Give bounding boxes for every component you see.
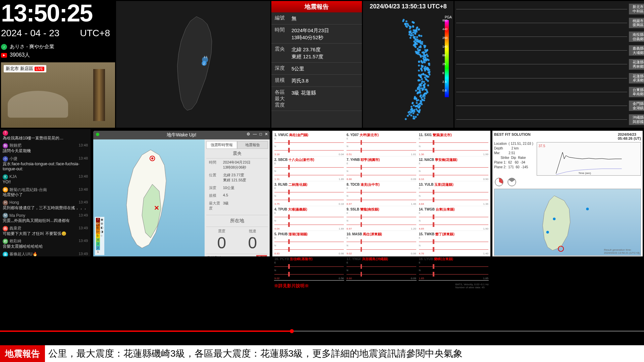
seismo-station: 桃園市復興區 (629, 18, 644, 28)
report-label: 編號 (275, 15, 291, 22)
chat-message: 賴賴彩綺13:49音樂太震撼哈哈哈哈哈 (0, 237, 91, 250)
station-cell: 16. PCYB 彭佳嶼(基隆市) E N 9.020.50 (274, 256, 344, 281)
svg-point-114 (422, 55, 424, 57)
seismo-trace (456, 23, 627, 23)
svg-point-257 (418, 106, 420, 108)
svg-point-157 (428, 72, 430, 74)
station-cell: 8. TDCB 達見(台中市) E N 6.971.46 (346, 182, 416, 206)
svg-point-185 (421, 80, 423, 82)
svg-point-211 (415, 90, 417, 92)
svg-point-13 (413, 22, 415, 24)
viewers: ▶ 39063人 (1, 52, 115, 59)
svg-point-18 (407, 24, 409, 26)
clock-date: 2024 - 04 - 23 (1, 28, 59, 39)
report-label: 深度 (275, 65, 291, 72)
intensity-label: 震度 (208, 229, 235, 234)
svg-point-288 (553, 218, 555, 220)
tab-report[interactable]: 地震報告 (237, 141, 268, 149)
svg-point-180 (418, 79, 420, 81)
viewer-count: 39063人 (10, 52, 30, 59)
report-label: 震央 (275, 46, 291, 60)
svg-point-46 (414, 32, 416, 34)
clock-tz: UTC+8 (80, 28, 110, 39)
svg-point-58 (414, 37, 416, 39)
svg-point-146 (426, 67, 428, 69)
svg-point-231 (421, 97, 423, 99)
svg-point-207 (422, 89, 424, 91)
window-dot[interactable] (96, 133, 99, 136)
svg-point-191 (419, 87, 421, 89)
seismograph-panel: 新北市中和區桃園市復興區南投縣信義鄉嘉義縣大埔鄉花蓮縣秀林鄉花蓮縣卓溪鄉台東縣卑… (454, 1, 644, 128)
svg-point-226 (424, 95, 426, 97)
report-value: 5公里 (291, 65, 359, 72)
chat-message: 小小捷13:48貢水:face-fuchsia-tongue-out::face… (0, 155, 91, 173)
svg-point-263 (412, 112, 414, 114)
svg-point-273 (415, 116, 417, 118)
chat-message: 雛雛菊の地震紀錄-台南13:48地震變小了 (0, 186, 91, 199)
svg-point-65 (419, 40, 421, 42)
settings-icon[interactable]: ⚙ (247, 132, 250, 136)
svg-point-249 (413, 105, 415, 107)
chat-panel[interactable]: ?為啥我高雄10樓一直覺得晃晃的…難難雞肥13:48請問今天星期幾小小捷13:4… (0, 129, 91, 256)
camera-location: 新北市 新店區 (6, 66, 33, 72)
camera-object (8, 91, 68, 118)
svg-text:1: 1 (204, 56, 205, 59)
seismo-station: 新北市中和區 (629, 4, 644, 14)
svg-point-169 (427, 76, 429, 78)
wakeup-window: 地牛Wake Up! ⚙ — □ ✕ ✕ 7◉ 6+⊗ 6-◐ 5+◑ 5-○ … (93, 131, 270, 256)
seismo-station: 沖繩縣與那國 (629, 114, 644, 125)
svg-point-190 (423, 85, 425, 87)
report-value: 芮氏3.8 (291, 77, 359, 84)
svg-point-282 (151, 158, 153, 160)
report-label: 時間 (275, 27, 291, 41)
svg-point-153 (427, 69, 429, 71)
station-cell: 17. YNGF 與那國島(沖繩縣) E N 8.600.09 (346, 256, 416, 281)
svg-point-229 (424, 97, 426, 99)
chat-message: ?為啥我高雄10樓一直覺得晃晃的… (0, 129, 91, 142)
seismo-trace (456, 106, 627, 106)
minimize-icon[interactable]: — (253, 132, 257, 136)
seismo-trace (456, 9, 627, 9)
svg-point-77 (416, 43, 418, 45)
solution-location-map: Result generation time: 2024/04/23 13:50… (494, 189, 641, 256)
arrival-label: 抵達 (239, 229, 266, 234)
pga-map (363, 12, 453, 127)
svg-point-119 (425, 57, 427, 59)
svg-point-217 (419, 92, 421, 94)
alert-button[interactable]: 警報 (256, 255, 267, 256)
maximize-icon[interactable]: □ (260, 132, 262, 136)
svg-point-109 (426, 54, 428, 56)
camera-pillar (93, 69, 105, 121)
youtube-icon: ▶ (1, 53, 7, 58)
seismo-station: 嘉義縣大埔鄉 (629, 45, 644, 56)
svg-point-277 (413, 117, 415, 119)
music-info: ♪ ありさ - 爽やか企業 (1, 44, 115, 50)
clock-date-row: 2024 - 04 - 23 UTC+8 (1, 28, 115, 39)
svg-point-166 (423, 73, 425, 75)
station-cell: 13. YULB 玉里(花蓮縣) E N 4.841.36 (419, 182, 489, 206)
svg-point-208 (417, 88, 419, 90)
svg-point-252 (416, 105, 418, 107)
pga-panel: 2024/04/23 13:50:13 UTC+8 PGA 8004402501… (363, 1, 453, 128)
svg-point-47 (411, 33, 413, 35)
svg-point-245 (416, 102, 418, 104)
svg-point-128 (418, 61, 420, 63)
seismo-station: 金門縣金湖鎮 (629, 101, 644, 111)
svg-text:1: 1 (206, 56, 208, 59)
station-cell: 7. YHNB 耶亨(桃園市) E N 8.860.09 (346, 157, 416, 181)
svg-point-125 (423, 61, 425, 63)
station-cell: 5. PHUB 澎湖(澎湖縣) E N 8.830.98 (274, 232, 344, 256)
progress-bar[interactable] (0, 330, 644, 332)
station-footer: ※詳見影片說明※ (274, 283, 309, 289)
svg-point-23 (409, 27, 411, 29)
arrival-value: 0 (239, 234, 266, 252)
svg-point-120 (421, 61, 423, 63)
svg-point-78 (420, 43, 422, 45)
close-icon[interactable]: ✕ (265, 132, 268, 136)
wakeup-titlebar[interactable]: 地牛Wake Up! ⚙ — □ ✕ (93, 131, 270, 139)
wakeup-map[interactable]: ✕ 7◉ 6+⊗ 6-◐ 5+◑ 5-○ 4 3 2 1 (93, 139, 205, 256)
tab-realtime[interactable]: 強震即時警報 (206, 141, 237, 149)
chat-message: 難難雞肥13:48請問今天星期幾 (0, 142, 91, 155)
chat-message: 義義乗君13:49可能要下大雨了 才狂叫 不要緊張😊 (0, 225, 91, 237)
svg-point-52 (420, 35, 422, 37)
